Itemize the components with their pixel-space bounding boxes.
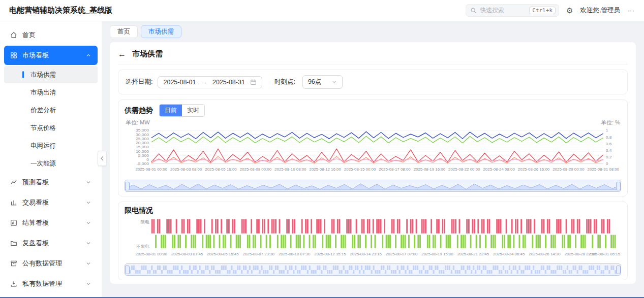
sidebar-subitem-primary-energy[interactable]: 一次能源	[4, 155, 98, 172]
svg-text:2025-08-22 00:00: 2025-08-22 00:00	[448, 167, 480, 172]
global-search[interactable]: 快速搜索 Ctrl+k	[466, 4, 559, 17]
search-placeholder: 快速搜索	[480, 6, 526, 15]
filter-bar: 选择日期: 2025-08-01 → 2025-08-31 时刻点: 96点	[118, 70, 628, 94]
svg-text:2025-08-10 08:00: 2025-08-10 08:00	[274, 167, 306, 172]
svg-text:-5,000: -5,000	[137, 162, 149, 167]
settings-gear-icon[interactable]: ⚙	[566, 6, 573, 15]
folder-icon	[10, 240, 17, 247]
sidebar-item-label: 公有数据管理	[22, 259, 62, 268]
more-menu-icon[interactable]: ···	[627, 7, 635, 14]
sidebar-subitem-price-diff[interactable]: 价差分析	[4, 102, 98, 119]
sidebar-subitem-market-clearing[interactable]: 市场出清	[4, 84, 98, 101]
svg-text:2025-08-03 07:45: 2025-08-03 07:45	[171, 252, 203, 256]
svg-text:2025-08-24 08:00: 2025-08-24 08:00	[483, 167, 515, 172]
svg-text:2025-08-31 06:15: 2025-08-31 06:15	[589, 252, 620, 256]
curtailment-title: 限电情况	[125, 206, 153, 215]
svg-text:2025-08-07 23:30: 2025-08-07 23:30	[243, 252, 274, 256]
top-header: 电能营销辅助决策系统_基线版 快速搜索 Ctrl+k ⚙ 欢迎您,管理员 ···	[0, 0, 644, 21]
tab-label: 首页	[117, 28, 130, 35]
toggle-realtime[interactable]: 实时	[182, 105, 204, 116]
svg-text:2025-08-15 00:00: 2025-08-15 00:00	[344, 167, 376, 172]
svg-text:0.6: 0.6	[606, 142, 612, 146]
sidebar-subitem-node-price[interactable]: 节点价格	[4, 119, 98, 137]
sidebar-item-market-board[interactable]: 市场看板	[4, 46, 98, 65]
sidebar-item-review-board[interactable]: 复盘看板	[4, 234, 98, 253]
svg-text:2025-08-01 00:00: 2025-08-01 00:00	[136, 252, 167, 256]
chevron-down-icon	[85, 281, 91, 287]
time-point-value: 96点	[308, 78, 321, 86]
curtailment-status-chart[interactable]: 限电不限电2025-08-01 00:002025-08-03 07:45202…	[125, 217, 621, 261]
svg-text:2025-08-19 15:00: 2025-08-19 15:00	[421, 252, 453, 256]
calendar-icon	[250, 79, 257, 85]
bar-chart-icon	[10, 199, 17, 206]
range-arrow: →	[201, 79, 207, 86]
column-chart-icon	[10, 219, 17, 226]
toggle-day-ahead[interactable]: 日前	[160, 105, 182, 116]
svg-text:2025-08-12 15:15: 2025-08-12 15:15	[314, 252, 346, 256]
date-end-value: 2025-08-31	[212, 79, 245, 86]
svg-text:2025-08-17 08:00: 2025-08-17 08:00	[379, 167, 411, 172]
sidebar-item-label: 复盘看板	[22, 239, 49, 248]
brush-selection	[125, 180, 621, 191]
welcome-user-label[interactable]: 欢迎您,管理员	[580, 6, 620, 15]
chevron-down-icon	[85, 220, 91, 226]
curtailment-brush-slider[interactable]	[125, 263, 621, 276]
sidebar-item-private-data[interactable]: 私有数据管理	[4, 274, 98, 293]
svg-text:2025-08-17 07:00: 2025-08-17 07:00	[386, 252, 417, 256]
sidebar-item-trading-board[interactable]: 交易看板	[4, 193, 98, 212]
sidebar-subitem-grid-operation[interactable]: 电网运行	[4, 137, 98, 154]
download-tray-icon	[10, 280, 17, 287]
sidebar-item-label: 结算看板	[22, 218, 49, 227]
chevron-down-icon	[85, 200, 91, 206]
time-point-label: 时刻点:	[274, 78, 295, 86]
sidebar-item-forecast-board[interactable]: 预测看板	[4, 173, 98, 192]
tab-market-supply[interactable]: 市场供需	[141, 25, 181, 38]
page-card: ← 市场供需 选择日期: 2025-08-01 → 2025-08-31 时刻点…	[110, 42, 636, 284]
curtailment-section-header: 限电情况	[125, 206, 621, 215]
svg-text:2025-08-24 06:45: 2025-08-24 06:45	[493, 252, 525, 256]
sidebar-item-label: 市场看板	[22, 51, 49, 60]
sidebar-subitem-market-supply[interactable]: 市场供需	[4, 66, 98, 83]
chevron-down-icon	[85, 240, 91, 246]
tab-home[interactable]: 首页	[110, 25, 138, 38]
svg-text:0.4: 0.4	[606, 148, 612, 153]
sidebar-item-settlement-board[interactable]: 结算看板	[4, 213, 98, 233]
svg-text:2025-08-26 14:30: 2025-08-26 14:30	[529, 252, 560, 256]
svg-text:2025-08-31 08:00: 2025-08-31 08:00	[588, 167, 620, 172]
brush-right-handle[interactable]	[616, 266, 621, 274]
trend-brush-slider[interactable]	[125, 180, 621, 192]
brush-right-handle[interactable]	[616, 182, 621, 190]
svg-text:2025-08-21 22:45: 2025-08-21 22:45	[457, 252, 489, 256]
svg-text:1: 1	[606, 128, 608, 133]
trend-section-header: 供需趋势 日前 实时	[125, 104, 621, 117]
date-range-picker[interactable]: 2025-08-01 → 2025-08-31	[158, 76, 262, 88]
svg-text:2025-08-10 07:30: 2025-08-10 07:30	[279, 252, 310, 256]
sidebar-subitem-label: 价差分析	[30, 106, 56, 115]
svg-text:不限电: 不限电	[136, 244, 149, 249]
sidebar-item-home[interactable]: 首页	[4, 25, 98, 45]
sidebar-item-public-data[interactable]: 公有数据管理	[4, 254, 98, 273]
svg-text:0: 0	[606, 162, 608, 167]
search-icon	[470, 7, 477, 14]
svg-text:2025-08-19 16:00: 2025-08-19 16:00	[414, 167, 446, 172]
main-layout: 首页 市场看板 市场供需 市场出清 价差分析 节点价格 电网运行 一次能源	[0, 21, 644, 298]
brush-left-handle[interactable]	[125, 266, 130, 274]
trend-title: 供需趋势	[125, 106, 153, 115]
page-header: ← 市场供需	[118, 47, 628, 64]
trend-section: 供需趋势 日前 实时 单位: MW 单位: % 35,00030,00025,0…	[118, 100, 628, 196]
chevron-down-icon	[85, 260, 91, 267]
time-point-select[interactable]: 96点	[302, 75, 343, 89]
chevron-down-icon	[331, 79, 337, 85]
sidebar-subitem-label: 一次能源	[30, 159, 56, 168]
svg-text:0.8: 0.8	[606, 135, 612, 140]
sidebar-subitem-label: 节点价格	[30, 124, 56, 133]
unit-right-label: 单位: %	[601, 119, 620, 126]
sidebar-collapse-handle[interactable]	[98, 151, 107, 166]
svg-text:2025-08-01 00:00: 2025-08-01 00:00	[136, 167, 168, 172]
back-arrow[interactable]: ←	[118, 50, 126, 58]
sidebar-item-label: 交易看板	[22, 198, 49, 207]
supply-demand-line-chart[interactable]: 35,00030,00025,00020,00015,00010,0005,00…	[125, 127, 621, 177]
brush-left-handle[interactable]	[125, 182, 130, 190]
home-icon	[10, 31, 17, 39]
tab-bar: 首页 市场供需	[110, 25, 636, 38]
